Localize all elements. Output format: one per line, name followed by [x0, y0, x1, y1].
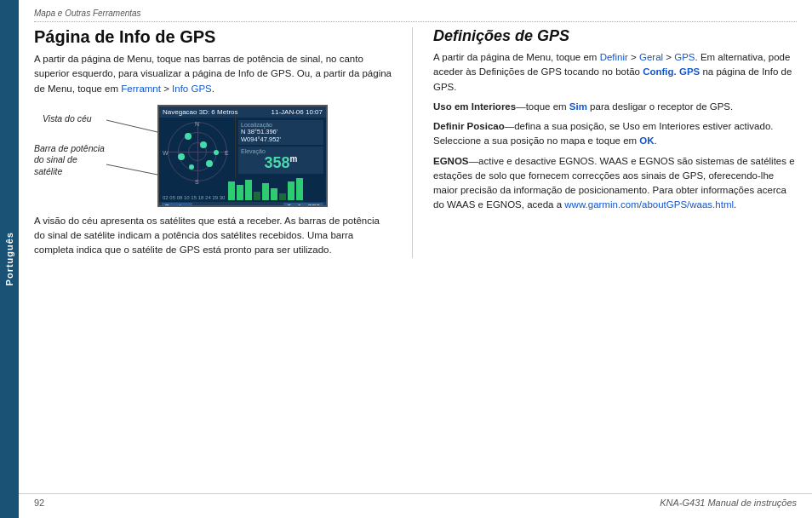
gps-info-panel: Localizaçāo N 38°51.396'W094°47.952' Ele…: [236, 118, 326, 178]
definir-link[interactable]: Definir: [600, 52, 628, 62]
svg-line-1: [106, 164, 157, 175]
breadcrumb: Mapa e Outras Ferramentas: [34, 9, 797, 22]
config-gps-link[interactable]: Config. GPS: [643, 66, 700, 77]
garmin-link[interactable]: www.garmin.com/aboutGPS/waas.html: [564, 199, 734, 210]
gps-screen-container: Vista do céu Barra de potência do sinal …: [34, 105, 392, 207]
gps-sky-view: N S E W: [159, 118, 236, 178]
content-columns: Página de Info de GPS A partir da página…: [34, 27, 797, 258]
main-content: Mapa e Outras Ferramentas Página de Info…: [19, 0, 812, 518]
uso-interiores-para: Uso em Interiores—toque em Sim para desl…: [433, 100, 797, 114]
gps-header: Navegacao 3D: 6 Metros 11-JAN-06 10:07: [159, 106, 326, 118]
gps-display: Navegacao 3D: 6 Metros 11-JAN-06 10:07: [157, 105, 328, 207]
left-column: Página de Info de GPS A partir da página…: [34, 27, 392, 258]
signal-bar-1: [228, 181, 235, 200]
compass-south: S: [195, 179, 199, 185]
satellite-dot-1: [185, 133, 192, 140]
signal-bar-4: [254, 192, 260, 200]
signal-bar-9: [296, 178, 303, 200]
right-column: Definições de GPS A partir da página de …: [433, 27, 797, 258]
elevation-value: 358m: [241, 154, 321, 172]
sidebar-language-label: Português: [0, 0, 19, 518]
egnos-label: EGNOS: [433, 156, 469, 166]
elevation-box: Elevaçāo 358m: [238, 147, 323, 174]
uso-label: Uso em Interiores: [433, 101, 516, 112]
column-divider: [412, 27, 413, 258]
page-number: 92: [34, 498, 44, 508]
gps-config-button[interactable]: Config. GPS: [283, 203, 323, 207]
satellite-dot-6: [189, 164, 194, 170]
signal-bar-7: [279, 193, 286, 200]
left-section-title: Página de Info de GPS: [34, 27, 392, 47]
left-paragraph-1: A partir da página de Menu, toque nas ba…: [34, 52, 392, 96]
signal-bar-6: [271, 188, 277, 200]
left-paragraph-2: A visão do céu apresenta os satélites qu…: [34, 214, 392, 258]
elevation-label: Elevaçāo: [241, 148, 321, 154]
satellite-dot-5: [214, 150, 219, 155]
signal-bars: 02 05 08 10 15 18 24 29 30: [159, 178, 326, 202]
gps-footer: Para tras Config. GPS: [159, 202, 326, 207]
manual-name: KNA-G431 Manual de instruções: [660, 498, 797, 508]
compass-north: N: [195, 121, 199, 127]
ok-link[interactable]: OK: [639, 135, 654, 146]
gps-screen-image: Navegacao 3D: 6 Metros 11-JAN-06 10:07: [157, 105, 392, 207]
sim-link[interactable]: Sim: [569, 101, 587, 112]
right-paragraph-1: A partir da página de Menu, toque em Def…: [433, 50, 797, 95]
egnos-para: EGNOS—active e desactive EGNOS. WAAS e E…: [433, 154, 797, 213]
signal-bar-5: [262, 183, 269, 200]
svg-line-0: [106, 120, 157, 132]
gps-body: N S E W: [159, 118, 326, 178]
page-footer: 92 KNA-G431 Manual de instruções: [19, 493, 812, 511]
satellite-dot-4: [206, 160, 213, 167]
bar-numbers: 02 05 08 10 15 18 24 29 30: [163, 195, 225, 200]
definir-posicao-para: Definir Posicao—defina a sua posição, se…: [433, 119, 797, 149]
right-section-title: Definições de GPS: [433, 27, 797, 45]
satellite-dot-2: [200, 141, 207, 148]
geral-link[interactable]: Geral: [639, 52, 663, 62]
location-label: Localizaçāo: [241, 122, 321, 128]
ferramnt-link[interactable]: Ferramnt: [121, 83, 161, 94]
signal-bar-3: [245, 180, 252, 200]
signal-bar-2: [237, 185, 243, 200]
signal-bar-8: [288, 181, 294, 200]
gps-link[interactable]: GPS: [674, 52, 695, 62]
satellite-dot-3: [178, 153, 185, 160]
compass-east: E: [225, 150, 229, 156]
gps-back-button[interactable]: Para tras: [162, 203, 192, 207]
info-gps-link[interactable]: Info GPS: [172, 83, 212, 94]
location-value: N 38°51.396'W094°47.952': [241, 128, 321, 143]
location-box: Localizaçāo N 38°51.396'W094°47.952': [238, 120, 323, 145]
compass-west: W: [163, 150, 169, 156]
definir-posicao-label: Definir Posicao: [433, 121, 505, 131]
sky-line-vertical: [197, 122, 198, 181]
